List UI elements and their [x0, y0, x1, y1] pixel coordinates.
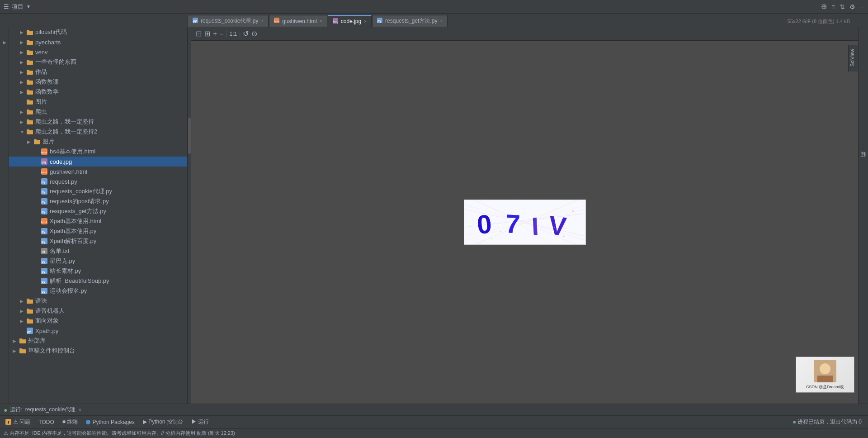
- tree-item-yuyin-jiqiren[interactable]: ▶语音机器人: [9, 306, 187, 316]
- toolbar-sort-icon[interactable]: ⇅: [840, 3, 845, 10]
- tab-tab-requests-cookie[interactable]: pyrequests_cookie代理.py×: [188, 15, 269, 27]
- tree-item-zuopin[interactable]: ▶作品: [9, 67, 187, 77]
- tree-item-xpath-baidu-file[interactable]: pyXpath解析百度.py: [9, 236, 187, 246]
- tree-item-bs4-file[interactable]: htmlbs4基本使用.html: [9, 147, 187, 157]
- tree-item-xpath-py-file[interactable]: pyXpath基本使用.py: [9, 226, 187, 236]
- tree-arrow-yuyin-jiqiren: ▶: [20, 309, 26, 314]
- svg-rect-67: [27, 319, 29, 320]
- actual-size-btn[interactable]: ⊞: [204, 29, 210, 38]
- tree-item-hanshu-shuxue[interactable]: ▶函数数学: [9, 87, 187, 97]
- tree-item-piloushi[interactable]: ▶piloushi代码: [9, 27, 187, 37]
- tab-label-tab-gushiwen: gushiwen.html: [282, 18, 317, 24]
- tree-icon-piloushi: [26, 29, 33, 36]
- tab-label-tab-resquests-get: resquests_get方法.py: [385, 17, 437, 25]
- tree-label-zuopin: 作品: [35, 68, 47, 76]
- tab-tab-code-jpg[interactable]: imgcode.jpg×: [328, 15, 372, 27]
- tree-item-venv[interactable]: ▶venv: [9, 47, 187, 57]
- tree-item-hanshu-jiaocheng[interactable]: ▶函数教课: [9, 77, 187, 87]
- tree-item-requests-cookie-file[interactable]: pyrequests_cookie代理.py: [9, 186, 187, 196]
- tab-close-tab-requests-cookie[interactable]: ×: [261, 19, 264, 24]
- tree-icon-tupian: [26, 98, 33, 105]
- bottom-tab-todo[interactable]: TODO: [35, 418, 57, 426]
- bottom-tab-python-packages[interactable]: Python Packages: [82, 418, 138, 426]
- toolbar-icon-1[interactable]: ☰: [4, 3, 9, 10]
- tree-item-pyecharts[interactable]: ▶pyecharts: [9, 37, 187, 47]
- zoom-in-btn[interactable]: +: [213, 30, 217, 38]
- tree-item-xpath-html-file[interactable]: htmlXpath基本使用.html: [9, 216, 187, 226]
- tree-label-pachong-road1: 爬虫之路，我一定坚持: [35, 118, 94, 126]
- csdn-badge: CSDN @是Dreami改: [796, 357, 854, 393]
- tree-label-xpath-py2: Xpath.py: [35, 328, 58, 334]
- tree-label-hanshu-jiaocheng: 函数教课: [35, 78, 59, 86]
- tree-item-yufa[interactable]: ▶语法: [9, 296, 187, 306]
- tab-tab-gushiwen[interactable]: htmlgushiwen.html×: [269, 15, 327, 27]
- tree-icon-zhanchang-file: py: [41, 267, 48, 275]
- tree-item-pachong-road1[interactable]: ▶爬虫之路，我一定坚持: [9, 117, 187, 127]
- bottom-tab-zhongzhi[interactable]: ■ 终端: [59, 417, 82, 427]
- rotate-btn[interactable]: ↺: [243, 29, 249, 38]
- tree-item-starbucks-file[interactable]: py星巴克.py: [9, 256, 187, 266]
- dropdown-arrow[interactable]: ▼: [26, 4, 31, 9]
- svg-text:html: html: [274, 20, 279, 23]
- svg-text:img: img: [333, 20, 338, 24]
- warning-icon: !: [5, 419, 11, 425]
- tab-icon-tab-gushiwen: html: [274, 18, 279, 24]
- left-icon-1[interactable]: ◀: [2, 41, 7, 46]
- tree-item-caogao[interactable]: ▶草稿文件和控制台: [9, 346, 187, 356]
- svg-text:py: py: [42, 230, 45, 234]
- zoom-out-btn[interactable]: −: [220, 30, 223, 38]
- tree-arrow-zuopin: ▶: [20, 70, 26, 75]
- tree-item-waibuku[interactable]: ▶外部库: [9, 336, 187, 346]
- svg-rect-15: [27, 60, 29, 62]
- tab-close-tab-gushiwen[interactable]: ×: [320, 19, 322, 24]
- tree-item-code-jpg[interactable]: jpgcode.jpg: [9, 157, 187, 167]
- tree-icon-resquests-get-file: py: [41, 208, 48, 215]
- csdn-label: CSDN @是Dreami改: [806, 384, 844, 390]
- toolbar-add-icon[interactable]: ⊕: [821, 2, 827, 11]
- tree-label-pachong: 爬虫: [35, 108, 47, 116]
- tree-arrow-piloushi: ▶: [20, 30, 26, 35]
- color-picker-btn[interactable]: ⊙: [251, 29, 257, 38]
- svg-text:py: py: [42, 260, 45, 264]
- captcha-svg: 0 7 I V: [464, 200, 586, 245]
- tree-label-mianxiang-duixiang: 面向对象: [35, 317, 59, 325]
- tree-item-tupian-sub[interactable]: ▶图片: [9, 137, 187, 147]
- tab-label-tab-requests-cookie: requests_cookie代理.py: [201, 17, 258, 25]
- project-label[interactable]: 项目: [12, 3, 24, 11]
- bottom-tab-wenti[interactable]: !⚠ 问题: [2, 417, 34, 427]
- tree-icon-caogao: [19, 347, 26, 354]
- tree-item-mianxiang-duixiang[interactable]: ▶面向对象: [9, 316, 187, 326]
- tab-close-tab-code-jpg[interactable]: ×: [364, 19, 367, 24]
- tree-item-qiguai[interactable]: ▶一些奇怪的东西: [9, 57, 187, 67]
- run-bar: ● 运行: requests_cookie代理 ×: [0, 404, 868, 415]
- tree-item-requests-post-file[interactable]: pyrequests的post请求.py: [9, 196, 187, 206]
- toolbar-settings-icon[interactable]: ⚙: [849, 3, 855, 10]
- bottom-tab-python-console[interactable]: ▶ Python 控制台: [139, 417, 187, 427]
- tree-item-pachong-road2[interactable]: ▼爬虫之路，我一定坚持2: [9, 127, 187, 137]
- svg-text:py: py: [42, 200, 45, 204]
- tree-label-requests-cookie-file: requests_cookie代理.py: [50, 187, 112, 195]
- tree-item-yundonghui-file[interactable]: py运动会报名.py: [9, 286, 187, 296]
- tree-icon-tupian-sub: [33, 138, 41, 145]
- tree-item-gushiwen-file[interactable]: htmlgushiwen.html: [9, 167, 187, 176]
- tree-item-xpath-py2[interactable]: pyXpath.py: [9, 326, 187, 336]
- tree-item-pachong[interactable]: ▶爬虫: [9, 107, 187, 117]
- left-side-panel: ◀: [0, 27, 9, 404]
- sciview-label[interactable]: SciView: [848, 45, 858, 71]
- bottom-tab-run[interactable]: ▶ 运行: [188, 417, 212, 427]
- tree-item-request-file[interactable]: pyrequest.py: [9, 176, 187, 186]
- tree-item-mingdan-file[interactable]: txt名单.txt: [9, 246, 187, 256]
- tree-item-beautifulsoup-file[interactable]: py解析_BeautifulSoup.py: [9, 276, 187, 286]
- run-vertical-label[interactable]: 运行: [860, 156, 867, 162]
- tree-item-resquests-get-file[interactable]: pyresquests_get方法.py: [9, 206, 187, 216]
- toolbar-minimize-icon[interactable]: ─: [860, 3, 864, 10]
- tab-close-tab-resquests-get[interactable]: ×: [440, 19, 443, 24]
- run-process-icon: ●: [4, 406, 7, 414]
- tab-icon-tab-requests-cookie: py: [193, 18, 198, 24]
- toolbar-list-icon[interactable]: ≡: [831, 3, 835, 10]
- fit-window-btn[interactable]: ⊡: [196, 29, 202, 38]
- tree-item-zhanchang-file[interactable]: py站长素材.py: [9, 266, 187, 276]
- tab-tab-resquests-get[interactable]: pyresquests_get方法.py×: [372, 15, 448, 27]
- tree-item-tupian[interactable]: 图片: [9, 97, 187, 107]
- run-close[interactable]: ×: [78, 407, 81, 413]
